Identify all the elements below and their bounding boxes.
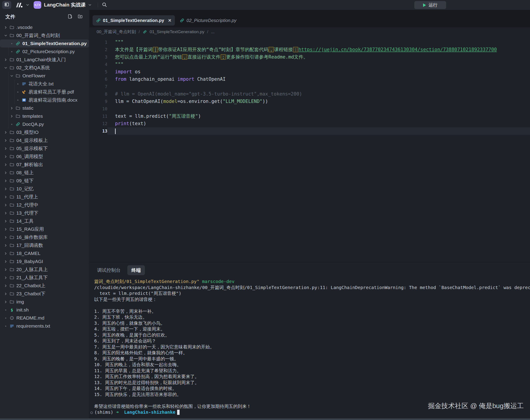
tree-item-file[interactable]: 02_PictureDescription.py [0, 47, 89, 56]
file-dot [9, 43, 15, 44]
chevron-right-icon[interactable] [3, 195, 9, 199]
tree-item-folder[interactable]: static [0, 104, 89, 112]
tree-item-folder[interactable]: 17_回调函数 [0, 241, 89, 249]
tree-item-file[interactable]: requirements.txt [0, 322, 89, 330]
chevron-right-icon[interactable] [3, 276, 9, 280]
chevron-right-icon[interactable] [3, 300, 9, 304]
code-editor[interactable]: 1"""2本文件是【开篇词｜带你亲证AI应用开发的“奇点”时刻】章节的配套代码，… [89, 36, 530, 135]
chevron-down-icon[interactable] [88, 3, 92, 7]
tree-item-folder[interactable]: 11_代理上 [0, 193, 89, 201]
tree-item-file[interactable]: W易速鲜花运营指南.docx [0, 96, 89, 104]
breadcrumb-item[interactable]: 01_SimpleTextGeneration.py [150, 29, 205, 34]
chevron-down-icon[interactable] [3, 34, 9, 37]
tree-item-folder[interactable]: 15_RAG应用 [0, 225, 89, 233]
panel-tab[interactable]: 调试控制台 [96, 265, 121, 275]
tree-item-folder[interactable]: 20_人脉工具上 [0, 266, 89, 274]
editor-tab[interactable]: 02_PictureDescription.py [176, 15, 240, 26]
explorer-header: 文件 [0, 10, 89, 20]
chevron-right-icon[interactable] [3, 26, 9, 29]
tree-item-file[interactable]: DocQA.py [0, 120, 89, 128]
chevron-right-icon[interactable] [3, 58, 9, 62]
chevron-down-icon[interactable] [3, 66, 9, 70]
tree-item-file[interactable]: 花语大全.txt [0, 80, 89, 88]
tree-item-file[interactable]: ?README.md [0, 314, 89, 322]
tree-item-folder[interactable]: 16_操作数据库 [0, 233, 89, 241]
chevron-right-icon[interactable] [3, 147, 9, 150]
tree-item-folder[interactable]: 08_链上 [0, 169, 89, 177]
chevron-right-icon[interactable] [9, 114, 15, 118]
breadcrumb-item[interactable]: 00_开篇词_奇点时刻 [97, 29, 136, 35]
breadcrumb[interactable]: 00_开篇词_奇点时刻/01_SimpleTextGeneration.py/.… [89, 27, 530, 36]
tree-item-folder[interactable]: 07_解析输出 [0, 161, 89, 169]
tree-item-folder[interactable]: .vscode [0, 23, 89, 31]
tree-item-folder[interactable]: OneFlower [0, 72, 89, 80]
tree-item-folder[interactable]: 13_代理下 [0, 209, 89, 217]
tree-item-label: 23_Chatbot下 [16, 291, 45, 297]
chevron-right-icon[interactable] [3, 163, 9, 167]
tree-item-folder[interactable]: 05_提示模板下 [0, 144, 89, 152]
panel-tab[interactable]: 终端 [127, 265, 145, 275]
tree-item-label: 18_CAMEL [16, 251, 40, 256]
tree-item-folder[interactable]: 03_模型IO [0, 128, 89, 136]
search-icon[interactable] [102, 2, 107, 8]
chevron-down-icon[interactable] [9, 74, 15, 78]
tree-item-folder[interactable]: 19_BabyAGI [0, 257, 89, 266]
chevron-right-icon[interactable] [3, 171, 9, 175]
chevron-right-icon[interactable] [3, 203, 9, 207]
file-dot [3, 326, 9, 327]
chevron-right-icon[interactable] [3, 284, 9, 288]
editor-tab[interactable]: 01_SimpleTextGeneration.py× [93, 15, 175, 26]
tree-item-folder[interactable]: 14_工具 [0, 217, 89, 225]
chevron-right-icon[interactable] [3, 292, 9, 296]
new-file-icon[interactable] [68, 14, 73, 20]
terminal-output[interactable]: 篇词_奇点时刻/01_SimpleTextGeneration.py" mars… [89, 279, 530, 415]
tree-item-file[interactable]: 易速鲜花员工手册.pdf [0, 88, 89, 96]
file-tree: .vscode00_开篇词_奇点时刻01_SimpleTextGeneratio… [0, 23, 89, 330]
chevron-right-icon[interactable] [3, 268, 9, 271]
new-folder-icon[interactable] [78, 14, 83, 20]
close-icon[interactable]: × [168, 18, 171, 23]
tree-item-folder[interactable]: 10_记忆 [0, 185, 89, 193]
sidebar-toggle-button[interactable] [2, 1, 11, 9]
chevron-right-icon[interactable] [3, 243, 9, 247]
chevron-down-icon[interactable] [26, 3, 29, 7]
tree-item-file[interactable]: $init.sh [0, 306, 89, 314]
chevron-right-icon[interactable] [3, 139, 9, 142]
folder-icon [9, 275, 15, 280]
tree-item-folder[interactable]: 04_提示模板上 [0, 136, 89, 144]
tree-item-folder[interactable]: img [0, 298, 89, 306]
folder-icon [9, 284, 15, 288]
tree-item-folder[interactable]: templates [0, 112, 89, 120]
chevron-right-icon[interactable] [3, 252, 9, 255]
terminal-line: 3. 周五的心情，就像放飞的小鸟。 [94, 320, 530, 326]
tree-item-folder[interactable]: 06_调用模型 [0, 152, 89, 161]
tree-item-folder[interactable]: 00_开篇词_奇点时刻 [0, 31, 89, 39]
chevron-right-icon[interactable] [9, 106, 15, 110]
chevron-right-icon[interactable] [3, 236, 9, 239]
tree-item-folder[interactable]: 18_CAMEL [0, 249, 89, 257]
chevron-right-icon[interactable] [3, 131, 9, 134]
code-line: 10 [89, 105, 530, 113]
tree-item-folder[interactable]: 09_链下 [0, 177, 89, 185]
chevron-right-icon[interactable] [3, 187, 9, 191]
tree-item-folder[interactable]: 21_人脉工具下 [0, 274, 89, 282]
marscode-logo[interactable] [15, 2, 23, 8]
chevron-right-icon[interactable] [3, 219, 9, 223]
chevron-right-icon[interactable] [3, 155, 9, 159]
tree-item-folder[interactable]: 01_LangChain快速入门 [0, 56, 89, 64]
tree-item-folder[interactable]: 23_Chatbot下 [0, 290, 89, 298]
chevron-right-icon[interactable] [3, 260, 9, 263]
chevron-right-icon[interactable] [3, 211, 9, 215]
run-button[interactable]: 运行 [414, 1, 446, 9]
prompt-arrow-icon: ➜ [116, 409, 124, 415]
breadcrumb-item[interactable]: ... [211, 29, 215, 34]
tree-item-file[interactable]: 01_SimpleTextGeneration.py [0, 39, 89, 47]
tree-item-folder[interactable]: 12_代理中 [0, 201, 89, 209]
terminal-line: 4. 周五啦，摆烂一下，迎接周末。 [94, 326, 530, 332]
chevron-right-icon[interactable] [3, 227, 9, 231]
tree-item-folder[interactable]: 02_文档QA系统 [0, 64, 89, 72]
tree-item-label: 01_LangChain快速入门 [16, 57, 66, 63]
terminal-line: 以下是一些关于周五的谐音梗： [94, 297, 530, 302]
chevron-right-icon[interactable] [3, 179, 9, 183]
tree-item-folder[interactable]: 22_Chatbot上 [0, 282, 89, 290]
